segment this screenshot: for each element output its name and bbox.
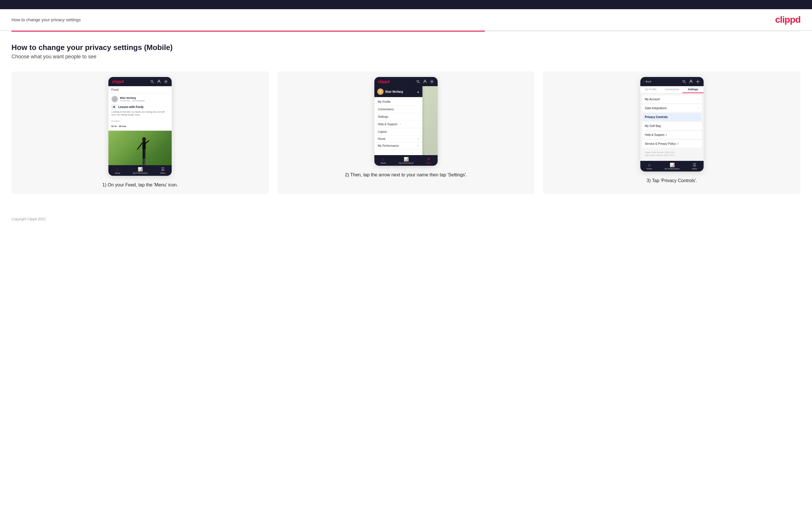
- back-label: Back: [646, 80, 652, 83]
- phone-1-mockup: clippd Feed: [108, 77, 172, 176]
- post-meta: Yesterday · Sunningdale: [120, 99, 145, 102]
- version-line1: Clippd Client Version: 2022.8.3-3: [645, 151, 699, 154]
- nav-menu[interactable]: ☰ Menu: [160, 167, 166, 174]
- help-label: Help & Support ↗: [645, 133, 667, 136]
- list-item-data-integrations[interactable]: Data Integrations ›: [642, 104, 702, 112]
- menu-item-myperformance[interactable]: My Performance▾: [374, 143, 422, 149]
- duration-label: Duration: [111, 120, 120, 122]
- phone3-bottom-nav: ⌂ Home 📊 My Performance ☰ Menu: [640, 161, 704, 171]
- list-item-help[interactable]: Help & Support ↗: [642, 131, 702, 139]
- phone-2-mockup: clippd: [374, 77, 438, 166]
- step-3-caption: 3) Tap 'Privacy Controls'.: [647, 177, 697, 184]
- menu-item-logout[interactable]: Logout: [374, 128, 422, 135]
- nav-close-2[interactable]: ✕ Menu: [426, 157, 431, 164]
- search-icon-2[interactable]: [416, 79, 420, 84]
- data-integrations-label: Data Integrations: [645, 107, 667, 110]
- nav-performance-2[interactable]: 📊 My Performance: [399, 157, 413, 164]
- steps-row: clippd Feed: [11, 71, 801, 194]
- menu-item-connections[interactable]: Connections: [374, 106, 422, 113]
- phone1-header: clippd: [108, 77, 172, 86]
- step-2-caption: 2) Then, tap the arrow next to your name…: [345, 171, 467, 178]
- menu-item-profile[interactable]: My Profile: [374, 98, 422, 106]
- settings-icon[interactable]: [164, 79, 168, 84]
- page-heading: How to change your privacy settings (Mob…: [11, 43, 801, 52]
- golf-image: [108, 131, 172, 165]
- nav-performance[interactable]: 📊 My Performance: [133, 167, 148, 174]
- phone1-icons: [150, 79, 168, 84]
- list-item-my-account[interactable]: My Account ›: [642, 95, 702, 103]
- svg-rect-12: [144, 158, 146, 165]
- svg-rect-9: [143, 149, 144, 159]
- post-username: Blair McHarg: [120, 97, 145, 99]
- my-account-label: My Account: [645, 98, 660, 101]
- chevron-right-icon: ›: [698, 98, 699, 101]
- menu-item-home[interactable]: Home▾: [374, 135, 422, 143]
- svg-point-13: [417, 80, 419, 82]
- nav-home-3[interactable]: ⌂ Home: [647, 163, 652, 170]
- tab-settings[interactable]: Settings: [682, 86, 703, 93]
- chart-icon-2: 📊: [404, 157, 409, 161]
- back-button[interactable]: ‹ Back: [644, 80, 652, 83]
- list-item-golf-bag[interactable]: My Golf Bag ›: [642, 122, 702, 130]
- svg-line-6: [138, 143, 142, 148]
- step-3-card: ‹ Back: [543, 71, 801, 194]
- person-icon-2[interactable]: [423, 79, 427, 84]
- phone3-tabs: My Profile Connections Settings: [640, 86, 704, 94]
- svg-point-2: [158, 80, 160, 81]
- golf-bag-label: My Golf Bag: [645, 124, 661, 127]
- menu-items: My Profile Connections Settings Help & S…: [374, 97, 422, 151]
- step-1-card: clippd Feed: [11, 71, 269, 194]
- tab-connections[interactable]: Connections: [661, 86, 682, 93]
- menu-panel: B Blair McHarg ▲ My Profile Connections …: [374, 86, 422, 155]
- svg-point-19: [690, 80, 692, 81]
- menu-item-help[interactable]: Help & Support ↗: [374, 121, 422, 128]
- person-icon-3[interactable]: [689, 79, 693, 84]
- version-info: Clippd Client Version: 2022.8.3-3 GQL Se…: [642, 149, 702, 159]
- footer: Copyright Clippd 2022: [0, 211, 812, 227]
- nav-home[interactable]: ⌂ Home: [115, 167, 120, 174]
- copyright: Copyright Clippd 2022: [11, 217, 46, 221]
- menu-user-row: B Blair McHarg ▲: [374, 86, 422, 97]
- svg-point-3: [165, 81, 166, 82]
- feed-tab: Feed: [108, 86, 172, 93]
- nav-performance-3[interactable]: 📊 My Performance: [665, 163, 679, 170]
- phone1-bottom-nav: ⌂ Home 📊 My Performance ☰ Menu: [108, 165, 172, 176]
- svg-point-17: [682, 80, 684, 82]
- settings-icon-3[interactable]: [696, 79, 700, 84]
- menu-item-settings[interactable]: Settings: [374, 113, 422, 121]
- chevron-up-icon[interactable]: ▲: [417, 90, 419, 93]
- phone2-icons: [416, 79, 434, 84]
- step-1-caption: 1) On your Feed, tap the 'Menu' icon.: [102, 181, 178, 188]
- phone1-logo: clippd: [112, 79, 123, 84]
- chevron-right-icon-4: ›: [698, 124, 699, 127]
- nav-home-2[interactable]: ⌂ Home: [381, 157, 386, 164]
- person-icon[interactable]: [157, 79, 161, 84]
- search-icon-3[interactable]: [682, 79, 687, 84]
- lesson-icon: 📹: [111, 104, 116, 109]
- close-icon: ✕: [427, 157, 430, 161]
- search-icon[interactable]: [150, 79, 154, 84]
- chart-icon: 📊: [138, 167, 143, 171]
- svg-line-18: [684, 82, 686, 83]
- chevron-right-icon-2: ›: [698, 107, 699, 110]
- chart-icon-3: 📊: [670, 163, 674, 167]
- svg-line-7: [146, 141, 149, 143]
- menu-avatar: B: [377, 89, 384, 95]
- home-icon-3: ⌂: [648, 163, 650, 167]
- chevron-right-icon-3: ›: [698, 115, 699, 119]
- privacy-controls-label: Privacy Controls: [645, 115, 668, 119]
- post: Blair McHarg Yesterday · Sunningdale 📹 L…: [108, 93, 172, 131]
- tab-my-profile[interactable]: My Profile: [640, 86, 661, 93]
- svg-rect-5: [142, 141, 146, 149]
- header: How to change your privacy settings clip…: [0, 9, 812, 31]
- phone-3-mockup: ‹ Back: [640, 77, 704, 171]
- post-text: Looking to feel like my hands are exitin…: [111, 111, 169, 117]
- phone2-header: clippd: [374, 77, 438, 86]
- settings-icon-2[interactable]: [429, 79, 434, 84]
- list-item-privacy-policy[interactable]: Service & Privacy Policy ↗: [642, 140, 702, 148]
- phone2-content: B Blair McHarg ▲ My Profile Connections …: [374, 86, 438, 155]
- nav-menu-3[interactable]: ☰ Menu: [692, 163, 697, 170]
- home-icon-2: ⌂: [382, 157, 385, 161]
- list-item-privacy-controls[interactable]: Privacy Controls ›: [642, 113, 702, 121]
- menu-icon-3: ☰: [693, 163, 697, 167]
